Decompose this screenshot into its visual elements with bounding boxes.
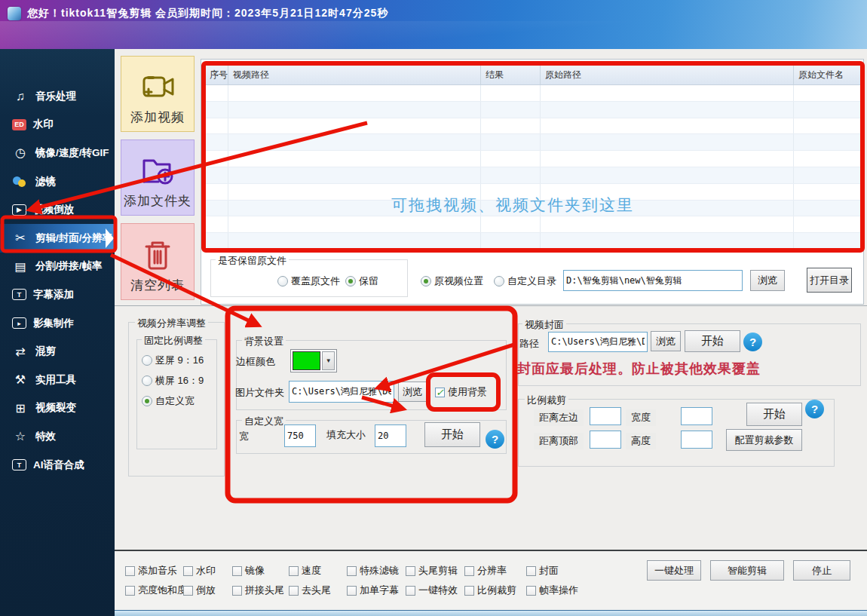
- checkbox-reverse[interactable]: 倒放: [183, 584, 216, 597]
- sidebar-item-album[interactable]: ▸影集制作: [0, 309, 115, 338]
- sidebar-item-label: 水印: [33, 118, 54, 131]
- sidebar-item-split-join-fps[interactable]: ▤分割/拼接/帧率: [0, 253, 115, 281]
- checkbox-brightness[interactable]: 亮度饱和度: [125, 584, 187, 597]
- drag-drop-hint: 可拖拽视频、视频文件夹到这里: [324, 195, 701, 216]
- checkbox-add-music[interactable]: 添加音乐: [125, 564, 177, 578]
- portrait-ratio-radio[interactable]: 竖屏 9：16: [142, 354, 204, 367]
- open-directory-button[interactable]: 打开目录: [807, 268, 852, 293]
- custom-width-group-label: 自定义宽: [242, 415, 286, 428]
- ai-voice-icon: T: [12, 459, 26, 470]
- overwrite-original-radio[interactable]: 覆盖原文件: [277, 274, 340, 288]
- crop-width-input[interactable]: [681, 407, 712, 425]
- sidebar-item-mix-cut[interactable]: ⇄混剪: [0, 337, 115, 366]
- crop-height-input[interactable]: [681, 431, 712, 449]
- browse-image-folder-button[interactable]: 浏览: [398, 382, 427, 402]
- table-header-row: 序号 视频路径 结果 原始路径 原始文件名: [205, 65, 861, 85]
- sidebar-item-cut-cover-resolution[interactable]: ✂剪辑/封面/分辨率: [0, 224, 115, 253]
- sidebar-item-watermark[interactable]: ED水印: [0, 111, 115, 139]
- crop-config-button[interactable]: 配置剪裁参数: [726, 429, 802, 451]
- sidebar-item-label: 特效: [35, 430, 56, 443]
- table-body: [205, 85, 861, 250]
- background-start-button[interactable]: 开始: [424, 422, 480, 447]
- sidebar-item-tools[interactable]: ⚒实用工具: [0, 366, 115, 394]
- checkbox-framerate[interactable]: 帧率操作: [526, 584, 578, 597]
- crop-top-input[interactable]: [590, 431, 621, 449]
- sidebar-item-label: 字幕添加: [33, 288, 74, 302]
- scissors-icon: ✂: [12, 231, 29, 245]
- checkbox-ratio-crop[interactable]: 比例裁剪: [464, 584, 516, 597]
- landscape-ratio-radio[interactable]: 横屏 16：9: [142, 374, 204, 388]
- checkbox-speed[interactable]: 速度: [289, 564, 321, 578]
- table-row: [205, 102, 861, 118]
- col-header-orig-path: 原始路径: [541, 65, 794, 84]
- keep-original-radio[interactable]: 保留: [345, 274, 378, 288]
- border-color-picker[interactable]: ▼: [290, 349, 337, 372]
- effects-icon: ☆: [12, 429, 29, 443]
- sidebar-item-label: 分割/拼接/帧率: [35, 259, 103, 273]
- clear-list-button[interactable]: 清空列表: [121, 223, 195, 300]
- table-row: [205, 151, 861, 167]
- checkbox-watermark[interactable]: 水印: [183, 564, 216, 578]
- cover-help-icon[interactable]: ?: [743, 333, 762, 351]
- filter-icon: [12, 176, 29, 188]
- checkbox-cover[interactable]: 封面: [526, 564, 559, 578]
- ratio-crop-group-label: 比例裁剪: [525, 394, 568, 407]
- add-folder-button[interactable]: 添加文件夹: [121, 139, 195, 216]
- col-header-result: 结果: [481, 65, 541, 84]
- checkbox-trim-head-tail[interactable]: 去头尾: [289, 584, 331, 597]
- output-path-input[interactable]: [563, 270, 743, 291]
- sidebar-item-label: 实用工具: [35, 373, 76, 387]
- checkbox-join-head-tail[interactable]: 拼接头尾: [232, 584, 284, 597]
- checkbox-one-key-effect[interactable]: 一键特效: [406, 584, 458, 597]
- background-help-icon[interactable]: ?: [486, 430, 504, 449]
- checkbox-mirror[interactable]: 镜像: [232, 564, 265, 578]
- checkbox-special-filter[interactable]: 特殊滤镜: [347, 564, 399, 578]
- cover-start-button[interactable]: 开始: [685, 330, 740, 352]
- browse-output-button[interactable]: 浏览: [750, 270, 785, 291]
- custom-width-radio[interactable]: 自定义宽: [142, 394, 195, 408]
- sidebar-item-reverse[interactable]: ▶视频倒放: [0, 195, 115, 224]
- cover-path-label: 路径: [519, 337, 539, 351]
- use-background-checkbox[interactable]: 使用背景: [435, 385, 487, 399]
- smart-edit-button[interactable]: 智能剪辑: [710, 560, 784, 581]
- crop-start-button[interactable]: 开始: [746, 403, 802, 426]
- app-window: 您好！tiktok11智兔剪辑 会员到期时间：2023年5月21日12时47分2…: [0, 0, 867, 616]
- add-video-button[interactable]: 添加视频: [121, 56, 195, 132]
- split-icon: ▤: [12, 259, 29, 274]
- table-row: [205, 167, 861, 184]
- checkbox-head-tail-cut[interactable]: 头尾剪辑: [406, 564, 458, 578]
- crop-left-input[interactable]: [590, 407, 621, 425]
- border-color-swatch[interactable]: [293, 351, 320, 370]
- crop-left-label: 距离左边: [534, 409, 584, 426]
- custom-directory-radio[interactable]: 自定义目录: [494, 274, 556, 288]
- sidebar-item-video-fission[interactable]: ⊞视频裂变: [0, 394, 115, 423]
- col-header-orig-filename: 原始文件名: [794, 65, 861, 84]
- keep-original-group-label: 是否保留原文件: [216, 254, 289, 268]
- checkbox-single-subtitle[interactable]: 加单字幕: [347, 584, 399, 597]
- padding-input[interactable]: [375, 424, 406, 447]
- width-input[interactable]: [284, 424, 316, 447]
- image-folder-input[interactable]: [289, 381, 394, 403]
- sidebar-item-effects[interactable]: ☆特效: [0, 422, 115, 451]
- cover-path-input[interactable]: [548, 332, 648, 352]
- col-header-video-path: 视频路径: [228, 65, 481, 84]
- col-header-index: 序号: [205, 65, 228, 84]
- crop-help-icon[interactable]: ?: [805, 400, 824, 418]
- sidebar-item-subtitle[interactable]: T字幕添加: [0, 280, 115, 309]
- original-location-radio[interactable]: 原视频位置: [421, 274, 483, 288]
- table-row: [205, 134, 861, 151]
- folder-plus-icon: [140, 155, 175, 186]
- sidebar-item-ai-voice[interactable]: TAI语音合成: [0, 451, 115, 480]
- stop-button[interactable]: 停止: [793, 560, 850, 581]
- chevron-down-icon[interactable]: ▼: [322, 351, 335, 370]
- sidebar: ♫音乐处理 ED水印 ◷镜像/速度/转GIF 滤镜 ▶视频倒放 ✂剪辑/封面/分…: [0, 49, 115, 616]
- video-list-table[interactable]: 序号 视频路径 结果 原始路径 原始文件名: [205, 65, 861, 250]
- sidebar-item-label: 视频倒放: [33, 203, 74, 216]
- sidebar-item-filter[interactable]: 滤镜: [0, 167, 115, 196]
- sidebar-item-mirror-speed-gif[interactable]: ◷镜像/速度/转GIF: [0, 139, 115, 167]
- browse-cover-button[interactable]: 浏览: [651, 331, 681, 351]
- sidebar-item-music[interactable]: ♫音乐处理: [0, 82, 115, 111]
- one-key-process-button[interactable]: 一键处理: [647, 560, 701, 581]
- sidebar-item-label: 滤镜: [35, 175, 56, 188]
- checkbox-resolution[interactable]: 分辨率: [464, 564, 507, 578]
